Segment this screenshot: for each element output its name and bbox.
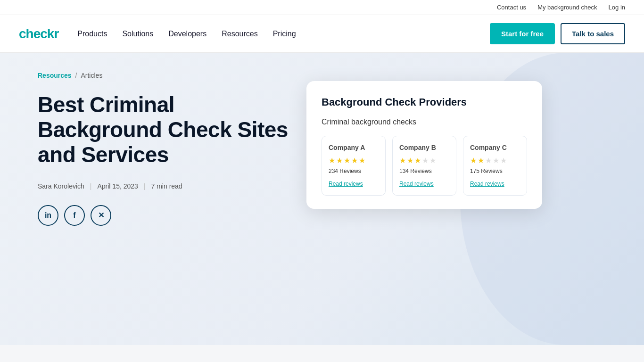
provider-card-subtitle: Criminal background checks [322, 118, 527, 126]
contact-link[interactable]: Contact us [497, 4, 526, 11]
company-card: Company A★★★★★234 ReviewsRead reviews [322, 136, 386, 196]
article-content: Resources / Articles Best Criminal Backg… [38, 72, 302, 226]
star-empty-icon: ★ [485, 156, 492, 165]
provider-card: Background Check Providers Criminal back… [306, 81, 542, 209]
meta-divider-2: | [144, 182, 146, 190]
star-empty-icon: ★ [500, 156, 507, 165]
hero-section: Resources / Articles Best Criminal Backg… [0, 53, 644, 345]
facebook-button[interactable]: f [64, 205, 85, 226]
breadcrumb-articles: Articles [81, 72, 102, 79]
linkedin-button[interactable]: in [38, 205, 58, 226]
nav-solutions[interactable]: Solutions [122, 30, 153, 38]
article-meta: Sara Korolevich | April 15, 2023 | 7 min… [38, 182, 302, 190]
nav-links: Products Solutions Developers Resources … [77, 30, 296, 38]
star-rating: ★★★★★ [329, 156, 379, 165]
article-read-time: 7 min read [151, 182, 182, 190]
star-filled-icon: ★ [329, 156, 335, 165]
nav-pricing[interactable]: Pricing [273, 30, 296, 38]
company-name: Company C [470, 144, 520, 151]
breadcrumb: Resources / Articles [38, 72, 302, 79]
review-count: 175 Reviews [470, 168, 520, 174]
meta-divider-1: | [90, 182, 92, 190]
my-background-check-link[interactable]: My background check [537, 4, 597, 11]
nav-developers[interactable]: Developers [168, 30, 206, 38]
star-rating: ★★★★★ [399, 156, 449, 165]
star-filled-icon: ★ [359, 156, 365, 165]
nav-resources[interactable]: Resources [222, 30, 257, 38]
read-reviews-link[interactable]: Read reviews [329, 181, 363, 187]
logo[interactable]: checkr [19, 26, 58, 41]
twitter-button[interactable]: ✕ [91, 205, 111, 226]
nav-cta: Start for free Talk to sales [490, 23, 625, 44]
company-name: Company A [329, 144, 379, 151]
twitter-icon: ✕ [98, 211, 104, 220]
star-filled-icon: ★ [414, 156, 421, 165]
article-date: April 15, 2023 [97, 182, 138, 190]
company-name: Company B [399, 144, 449, 151]
star-filled-icon: ★ [351, 156, 358, 165]
star-filled-icon: ★ [336, 156, 343, 165]
talk-to-sales-button[interactable]: Talk to sales [561, 23, 625, 44]
navbar: checkr Products Solutions Developers Res… [0, 15, 644, 53]
facebook-icon: f [73, 211, 75, 220]
read-reviews-link[interactable]: Read reviews [399, 181, 434, 187]
article-author: Sara Korolevich [38, 182, 84, 190]
star-empty-icon: ★ [493, 156, 499, 165]
social-links: in f ✕ [38, 205, 302, 226]
company-cards: Company A★★★★★234 ReviewsRead reviewsCom… [322, 136, 527, 196]
star-filled-icon: ★ [478, 156, 484, 165]
company-card: Company B★★★★★134 ReviewsRead reviews [392, 136, 456, 196]
read-reviews-link[interactable]: Read reviews [470, 181, 504, 187]
review-count: 234 Reviews [329, 168, 379, 174]
star-rating: ★★★★★ [470, 156, 520, 165]
star-filled-icon: ★ [399, 156, 406, 165]
star-filled-icon: ★ [470, 156, 477, 165]
star-filled-icon: ★ [344, 156, 350, 165]
star-empty-icon: ★ [429, 156, 436, 165]
star-filled-icon: ★ [407, 156, 413, 165]
breadcrumb-separator: / [75, 72, 77, 79]
nav-products[interactable]: Products [77, 30, 107, 38]
top-bar: Contact us My background check Log in [0, 0, 644, 15]
article-title: Best Criminal Background Check Sites and… [38, 92, 302, 167]
breadcrumb-resources-link[interactable]: Resources [38, 72, 72, 79]
company-card: Company C★★★★★175 ReviewsRead reviews [463, 136, 527, 196]
login-link[interactable]: Log in [609, 4, 625, 11]
start-for-free-button[interactable]: Start for free [490, 23, 555, 44]
star-empty-icon: ★ [422, 156, 429, 165]
provider-widget-area: Background Check Providers Criminal back… [302, 72, 547, 209]
linkedin-icon: in [45, 211, 51, 220]
review-count: 134 Reviews [399, 168, 449, 174]
provider-card-title: Background Check Providers [322, 96, 527, 108]
